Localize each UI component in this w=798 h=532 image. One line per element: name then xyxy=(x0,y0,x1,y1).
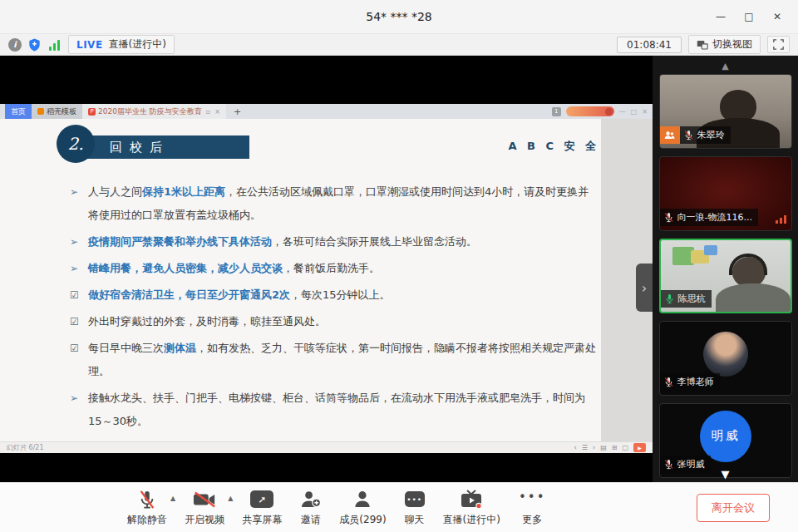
window-title: 54* *** *28 xyxy=(366,10,432,23)
app-window-controls: — □ ✕ xyxy=(619,108,648,116)
live-status-box[interactable]: LIVE 直播(进行中) xyxy=(68,35,175,54)
wall-map-decor xyxy=(704,245,717,255)
slide-title-banner: 回校后 xyxy=(76,135,249,159)
scroll-down-icon[interactable]: ▼ xyxy=(722,468,730,480)
invite-label: 邀请 xyxy=(301,513,321,527)
person-silhouette xyxy=(716,283,791,313)
slide-bullet: ➢人与人之间保持1米以上距离，在公共活动区域佩戴口罩，口罩潮湿或使用时间达到4小… xyxy=(70,180,598,227)
start-video-label: 开启视频 xyxy=(185,513,224,527)
meeting-toolbar: 解除静音 ▲ 开启视频 ▲ ➚ 共享屏幕 邀请 成员(299) xyxy=(0,482,798,532)
live-stream-button[interactable]: 直播(进行中) xyxy=(443,489,500,527)
slide-bullet: ☑外出时穿戴过的外套，及时消毒，晾挂至通风处。 xyxy=(70,310,598,333)
more-dots-icon: ••• xyxy=(519,490,546,505)
fullscreen-button[interactable] xyxy=(767,36,790,53)
view-grid-icon[interactable]: ⊞ xyxy=(612,444,618,451)
slide-bullets: ➢人与人之间保持1米以上距离，在公共活动区域佩戴口罩，口罩潮湿或使用时间达到4小… xyxy=(70,180,598,436)
mic-muted-icon xyxy=(663,212,674,223)
members-button[interactable]: 成员(299) xyxy=(339,489,386,527)
slideshow-play-icon[interactable]: ▶ xyxy=(633,443,646,452)
participant-video-xiang[interactable]: 向一浪-物流116... xyxy=(659,156,792,231)
slide-menu-icon[interactable]: ☰ xyxy=(582,444,588,451)
meeting-window: 54* *** *28 — □ ✕ i LIVE 直播(进行中) 01:08:4… xyxy=(0,0,798,532)
camera-off-icon xyxy=(193,489,216,510)
security-shield-icon[interactable] xyxy=(28,38,41,52)
close-icon[interactable]: ✕ xyxy=(763,5,791,28)
tab-home[interactable]: 首页 xyxy=(5,104,32,119)
video-options-caret-icon[interactable]: ▲ xyxy=(228,495,233,502)
arrow-bullet-icon: ➢ xyxy=(70,387,88,433)
shared-screen: 首页 稻壳模板 P 2020届毕业生 防疫与安全教育 ▫ × + 1 xyxy=(0,56,653,482)
tab-docer[interactable]: 稻壳模板 xyxy=(32,104,82,119)
start-video-button[interactable]: 开启视频 xyxy=(185,489,224,527)
view-read-icon[interactable]: ▢ xyxy=(622,444,628,451)
participant-label: 朱翠玲 xyxy=(660,126,731,144)
live-badge: LIVE xyxy=(76,39,103,51)
member-promo-pill[interactable] xyxy=(566,106,614,116)
minimize-icon[interactable]: — xyxy=(707,5,735,28)
bullet-text: 接触水龙头、扶手、门把手、电梯按键、柜台、话筒等物品后，在流动水下用洗手液或肥皂… xyxy=(88,387,598,433)
next-slide-icon[interactable]: › xyxy=(593,444,595,451)
maximize-icon[interactable]: □ xyxy=(735,5,763,28)
more-label: 更多 xyxy=(522,513,542,527)
app-minimize-icon[interactable]: — xyxy=(619,108,626,116)
microphone-muted-icon xyxy=(138,489,156,510)
ppt-statusbar: 幻灯片 6/21 ‹ ☰ › ▤ ⊞ ▢ ▶ xyxy=(0,441,653,453)
arrow-bullet-icon: ➢ xyxy=(70,180,88,227)
leave-meeting-button[interactable]: 离开会议 xyxy=(697,494,770,522)
prev-slide-icon[interactable]: ‹ xyxy=(574,444,577,451)
meeting-info-icon[interactable]: i xyxy=(8,38,22,52)
participant-name: 张明威 xyxy=(677,458,705,470)
tabbar-right: 1 — □ ✕ xyxy=(552,104,648,119)
checkbox-bullet-icon: ☑ xyxy=(70,337,88,383)
participant-video-zhu[interactable]: 朱翠玲 xyxy=(659,74,792,149)
bullet-text: 错峰用餐，避免人员密集，减少人员交谈，餐前饭后勤洗手。 xyxy=(88,257,380,280)
slide-bullet: ➢错峰用餐，避免人员密集，减少人员交谈，餐前饭后勤洗手。 xyxy=(70,257,598,280)
mic-muted-icon xyxy=(663,377,674,387)
mic-muted-icon xyxy=(663,459,674,470)
chat-bubble-icon: ••• xyxy=(405,491,425,507)
new-tab-button[interactable]: + xyxy=(234,106,241,117)
presentation-slide: 2. 回校后 A B C 安 全 ➢人与人之间保持1米以上距离，在公共活动区域佩… xyxy=(0,119,653,441)
mic-options-caret-icon[interactable]: ▲ xyxy=(170,495,175,502)
slide-section-number: 2. xyxy=(57,125,95,163)
sidebar-expand-handle[interactable]: › xyxy=(636,264,653,312)
chat-button[interactable]: ••• 聊天 xyxy=(405,489,425,527)
checkbox-bullet-icon: ☑ xyxy=(70,283,88,307)
app-close-icon[interactable]: ✕ xyxy=(642,108,648,116)
tab-close-icon[interactable]: × xyxy=(214,108,220,116)
participant-label: 李博老师 xyxy=(660,373,720,391)
share-screen-icon: ➚ xyxy=(250,490,273,508)
docer-icon xyxy=(37,108,44,115)
host-badge-icon xyxy=(660,126,680,144)
arrow-bullet-icon: ➢ xyxy=(70,230,88,254)
app-restore-icon[interactable]: □ xyxy=(631,108,638,116)
unmute-button[interactable]: 解除静音 xyxy=(127,489,167,527)
participant-label: 陈思杭 xyxy=(661,290,712,308)
more-button[interactable]: ••• 更多 xyxy=(519,489,546,527)
topbar-right: 01:08:41 切换视图 xyxy=(617,35,790,54)
tab-window-icon: ▫ xyxy=(206,108,210,116)
slide-bullet: ➢接触水龙头、扶手、门把手、电梯按键、柜台、话筒等物品后，在流动水下用洗手液或肥… xyxy=(70,387,598,433)
unmute-label: 解除静音 xyxy=(127,513,167,527)
arrow-bullet-icon: ➢ xyxy=(70,257,88,280)
bullet-text: 做好宿舍清洁卫生，每日至少开窗通风2次，每次15分钟以上。 xyxy=(88,283,391,307)
invite-button[interactable]: 邀请 xyxy=(300,489,321,527)
participant-video-zhang[interactable]: 明威 张明威 xyxy=(659,403,792,478)
share-screen-label: 共享屏幕 xyxy=(242,513,282,527)
participant-video-li[interactable]: 李博老师 xyxy=(659,321,792,396)
switch-view-button[interactable]: 切换视图 xyxy=(688,35,761,54)
tab-document[interactable]: P 2020届毕业生 防疫与安全教育 ▫ × xyxy=(82,104,226,119)
switch-view-label: 切换视图 xyxy=(712,37,752,52)
collapse-up-icon[interactable]: ▲ xyxy=(653,57,798,74)
bullet-text: 人与人之间保持1米以上距离，在公共活动区域佩戴口罩，口罩潮湿或使用时间达到4小时… xyxy=(88,180,598,227)
slide-page-info: 幻灯片 6/21 xyxy=(7,443,44,452)
share-screen-button[interactable]: ➚ 共享屏幕 xyxy=(242,489,282,527)
participant-name: 李博老师 xyxy=(677,376,714,388)
view-normal-icon[interactable]: ▤ xyxy=(600,444,607,451)
titlebar: 54* *** *28 — □ ✕ xyxy=(0,0,798,33)
members-label: 成员(299) xyxy=(339,513,386,527)
bullet-text: 外出时穿戴过的外套，及时消毒，晾挂至通风处。 xyxy=(88,310,326,333)
avatar xyxy=(703,332,748,377)
participant-name: 朱翠玲 xyxy=(697,129,725,141)
participant-video-chen[interactable]: 陈思杭 xyxy=(659,239,792,313)
